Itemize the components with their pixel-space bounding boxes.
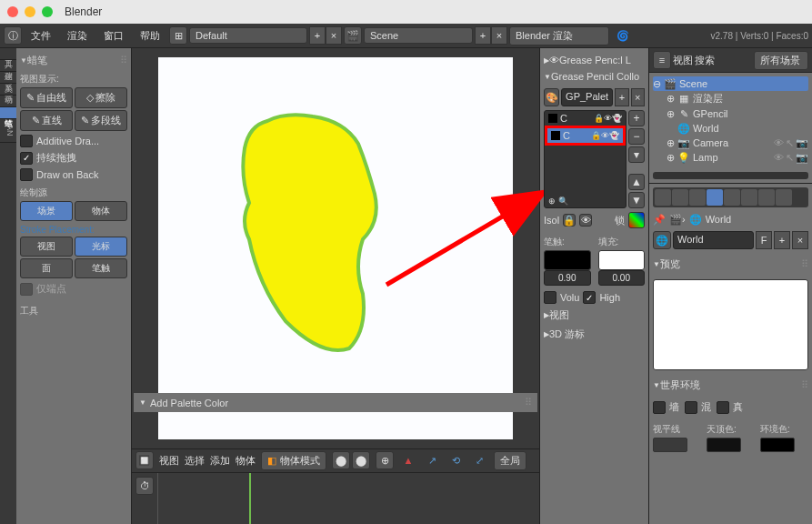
zoom-window[interactable]: [42, 6, 53, 17]
btn-object[interactable]: 物体: [75, 201, 127, 221]
color-specials[interactable]: ▾: [628, 146, 645, 163]
color-remove[interactable]: −: [628, 128, 645, 145]
prop-scene-icon[interactable]: [689, 189, 706, 206]
orientation-dropdown[interactable]: 全局: [494, 451, 526, 470]
chk-real[interactable]: 真: [717, 398, 743, 416]
stroke-alpha[interactable]: 0.90: [544, 270, 591, 286]
world-name[interactable]: World: [673, 231, 754, 249]
outliner-filter[interactable]: 所有场景: [754, 51, 808, 70]
breadcrumb-scene-icon[interactable]: 🎬›: [669, 214, 686, 226]
info-icon[interactable]: ⓘ: [4, 26, 22, 45]
outliner-camera[interactable]: ⊕📷Camera👁↖📷: [653, 136, 808, 150]
btn-line[interactable]: ✎直线: [20, 110, 73, 131]
eye-icon[interactable]: 👁: [774, 137, 784, 149]
fill-color[interactable]: [598, 250, 646, 270]
fill-alpha[interactable]: 0.00: [598, 270, 646, 286]
btn-scene[interactable]: 场景: [20, 201, 73, 221]
palette-add[interactable]: +: [615, 88, 628, 106]
panel-3dcursor[interactable]: 3D 游标: [544, 325, 645, 344]
zenith-color[interactable]: [707, 438, 741, 452]
engine-dropdown[interactable]: Blender 渲染: [509, 26, 609, 45]
color-row-0[interactable]: C🔒👁👻: [545, 111, 626, 126]
shading-tex-icon[interactable]: ⬤: [352, 451, 370, 469]
layout-icon[interactable]: ⊞: [169, 26, 187, 45]
palette-browse-icon[interactable]: 🎨: [544, 88, 559, 106]
btn-freeline[interactable]: ✎自由线: [20, 87, 73, 108]
cursor-icon[interactable]: ↖: [786, 152, 794, 164]
iso-lock-icon[interactable]: 🔒: [563, 214, 576, 227]
color-wheel-icon[interactable]: [628, 212, 645, 228]
iso-ghost-icon[interactable]: 👁: [579, 214, 592, 227]
viewport-type-icon[interactable]: 🔲: [135, 451, 154, 469]
vtab-create[interactable]: 创建: [0, 60, 16, 72]
eye-icon[interactable]: 👁: [774, 152, 784, 164]
btn-cursor[interactable]: 光标: [75, 237, 127, 257]
chk-wall[interactable]: 墙: [653, 398, 679, 416]
world-browse-icon[interactable]: 🌐: [653, 231, 671, 249]
tl-select[interactable]: 选择: [185, 454, 205, 468]
3d-viewport-canvas[interactable]: [158, 57, 513, 439]
outliner-search[interactable]: 搜索: [695, 54, 715, 67]
minimize-window[interactable]: [25, 6, 35, 17]
scene-add[interactable]: +: [475, 26, 491, 45]
palette-remove[interactable]: ×: [631, 88, 645, 106]
render-icon[interactable]: 📷: [796, 152, 808, 164]
tl-add[interactable]: 添加: [210, 454, 230, 468]
manipulator-icon[interactable]: ▲: [399, 451, 417, 469]
playhead[interactable]: [249, 473, 251, 524]
outliner-gpencil[interactable]: ⊕✎GPencil: [653, 106, 808, 121]
vtab-relations[interactable]: 关系: [0, 72, 16, 84]
world-add[interactable]: +: [774, 231, 790, 249]
chk-high[interactable]: High: [583, 289, 620, 306]
outliner-scrollbar[interactable]: [653, 172, 808, 179]
outliner-renderlayer[interactable]: ⊕▦渲染层: [653, 91, 808, 106]
panel-gp-colors[interactable]: Grease Pencil Collo: [544, 68, 645, 85]
vtab-an[interactable]: AN: [0, 119, 16, 143]
btn-face[interactable]: 面: [20, 258, 73, 278]
prop-layers-icon[interactable]: [672, 189, 688, 206]
prop-mod-icon[interactable]: [758, 189, 775, 206]
panel-gp-layers[interactable]: 👁Grease Penc:l L: [544, 52, 645, 68]
panel-add-palette[interactable]: ▼Add Palette Color⠿: [134, 393, 537, 412]
layout-dropdown[interactable]: Default: [189, 27, 307, 44]
panel-pencil-header[interactable]: 蜡笔⠿: [20, 52, 127, 69]
vtab-tools[interactable]: 工具: [0, 48, 16, 60]
chk-drag[interactable]: 持续拖拽: [20, 149, 127, 166]
panel-preview[interactable]: 预览⠿: [653, 255, 808, 274]
color-row-1[interactable]: C🔒👁👻: [545, 126, 626, 146]
prop-object-icon[interactable]: [724, 189, 740, 206]
horizon-color[interactable]: [653, 438, 687, 452]
chk-additive[interactable]: Additive Dra...: [20, 133, 127, 149]
vtab-gpencil[interactable]: 蜡笔: [0, 107, 16, 119]
close-window[interactable]: [7, 6, 18, 17]
color-add[interactable]: +: [628, 110, 645, 126]
prop-render-icon[interactable]: [655, 189, 671, 206]
timeline[interactable]: ⏱: [132, 472, 539, 524]
mode-dropdown[interactable]: ◧物体模式: [261, 451, 326, 470]
outliner-world[interactable]: 🌐World: [653, 121, 808, 136]
manip-move-icon[interactable]: ↗: [423, 451, 441, 469]
chk-drawonback[interactable]: Draw on Back: [20, 166, 127, 183]
scene-icon[interactable]: 🎬: [344, 26, 362, 45]
timeline-type-icon[interactable]: ⏱: [135, 477, 154, 495]
color-up[interactable]: ▲: [628, 174, 645, 190]
layout-remove[interactable]: ×: [326, 26, 342, 45]
prop-constraint-icon[interactable]: [741, 189, 757, 206]
palette-name[interactable]: GP_Palet: [561, 88, 613, 106]
tl-view[interactable]: 视图: [159, 454, 179, 468]
menu-file[interactable]: 文件: [24, 29, 58, 43]
tl-object[interactable]: 物体: [236, 454, 256, 468]
prop-data-icon[interactable]: [776, 189, 792, 206]
outliner-scene[interactable]: ⊖🎬Scene: [653, 76, 808, 91]
color-down[interactable]: ▼: [628, 192, 645, 208]
menu-render[interactable]: 渲染: [60, 29, 95, 43]
menu-help[interactable]: 帮助: [133, 29, 167, 43]
manip-rot-icon[interactable]: ⟲: [446, 451, 465, 469]
scene-remove[interactable]: ×: [491, 26, 507, 45]
chk-volumetric[interactable]: Volu: [544, 289, 579, 306]
world-fake[interactable]: F: [756, 231, 772, 249]
pivot-icon[interactable]: ⊕: [376, 451, 394, 469]
btn-view[interactable]: 视图: [20, 237, 73, 257]
pin-icon[interactable]: 📌: [653, 214, 666, 226]
btn-brush[interactable]: 笔触: [75, 258, 127, 278]
